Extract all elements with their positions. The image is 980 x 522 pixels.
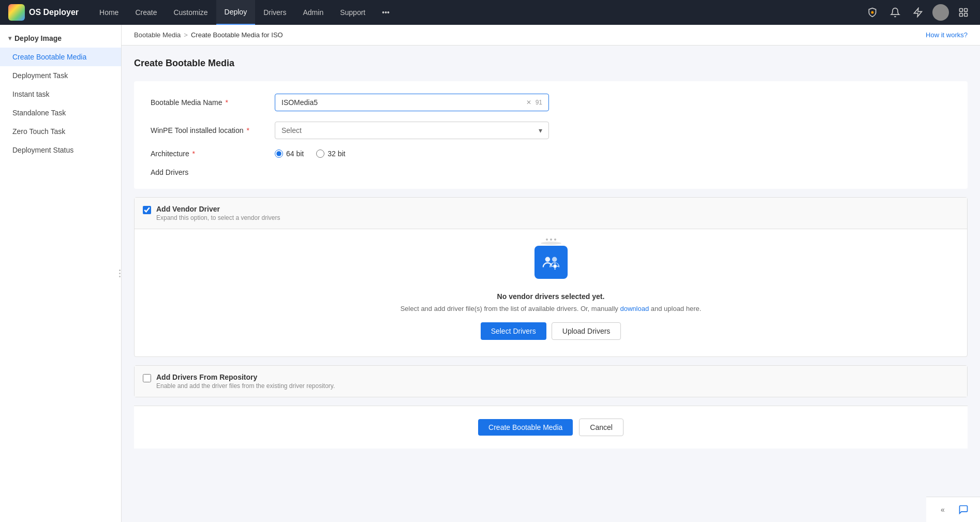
empty-dot-1 — [546, 238, 548, 241]
vendor-driver-empty-state: No vendor drivers selected yet. Select a… — [135, 229, 967, 356]
chevron-down-icon: ▾ — [539, 126, 542, 135]
cancel-button[interactable]: Cancel — [579, 419, 623, 436]
notification-bell-icon[interactable] — [887, 4, 903, 21]
svg-rect-11 — [554, 268, 555, 270]
architecture-64bit-label: 64 bit — [286, 150, 304, 158]
vendor-driver-section: Add Vendor Driver Expand this option, to… — [134, 197, 968, 357]
repo-driver-section: Add Drivers From Repository Enable and a… — [134, 365, 968, 397]
winpe-tool-row: WinPE Tool installed location * Select ▾ — [151, 122, 951, 139]
bootable-media-name-row: Bootable Media Name * ✕ 91 — [151, 94, 951, 111]
empty-state-icon-container — [534, 246, 568, 285]
sidebar-item-deployment-status[interactable]: Deployment Status — [0, 141, 121, 159]
architecture-64bit-radio[interactable] — [275, 150, 283, 158]
nav-more[interactable]: ••• — [374, 0, 398, 25]
sidebar-section-title: Deploy Image — [14, 34, 62, 42]
vendor-driver-subtitle: Expand this option, to select a vendor d… — [156, 214, 280, 221]
sidebar-item-deployment-task[interactable]: Deployment Task — [0, 66, 121, 85]
nav-right-actions — [864, 4, 972, 21]
nav-deploy[interactable]: Deploy — [216, 0, 256, 25]
breadcrumb-parent[interactable]: Bootable Media — [134, 31, 181, 39]
sidebar-section-deploy-image[interactable]: ▾ Deploy Image — [0, 29, 121, 48]
create-bootable-media-button[interactable]: Create Bootable Media — [478, 419, 573, 436]
bootable-media-name-control: ✕ 91 — [275, 94, 951, 111]
resize-dot-2 — [119, 273, 121, 274]
nav-admin[interactable]: Admin — [295, 0, 332, 25]
svg-rect-12 — [551, 266, 553, 267]
nav-customize[interactable]: Customize — [165, 0, 216, 25]
resize-dot-3 — [119, 276, 121, 277]
sidebar-item-zero-touch-task[interactable]: Zero Touch Task — [0, 122, 121, 141]
empty-state-dots — [546, 238, 556, 241]
repo-driver-checkbox[interactable] — [143, 374, 151, 382]
how-it-works-link[interactable]: How it works? — [926, 31, 968, 39]
svg-point-9 — [553, 264, 557, 268]
chat-icon[interactable] — [955, 501, 972, 518]
form-fields-section: Bootable Media Name * ✕ 91 — [134, 81, 968, 189]
breadcrumb-current: Create Bootable Media for ISO — [191, 31, 283, 39]
nav-drivers[interactable]: Drivers — [255, 0, 294, 25]
user-avatar[interactable] — [932, 4, 949, 21]
architecture-64bit-option[interactable]: 64 bit — [275, 150, 304, 158]
page-layout: ▾ Deploy Image Create Bootable Media Dep… — [0, 25, 980, 522]
chevron-down-icon: ▾ — [8, 35, 11, 42]
resize-dot-1 — [119, 270, 121, 271]
top-navigation: OS Deployer Home Create Customize Deploy… — [0, 0, 980, 25]
architecture-32bit-label: 32 bit — [328, 150, 345, 158]
lightning-icon[interactable] — [910, 4, 926, 21]
vendor-driver-header-text: Add Vendor Driver Expand this option, to… — [156, 205, 280, 221]
select-drivers-button[interactable]: Select Drivers — [481, 322, 546, 340]
repo-driver-header-text: Add Drivers From Repository Enable and a… — [156, 373, 335, 390]
bootable-media-name-input-wrapper: ✕ 91 — [275, 94, 549, 111]
svg-point-7 — [552, 257, 557, 262]
clear-icon[interactable]: ✕ — [526, 99, 531, 106]
shield-icon[interactable] — [864, 4, 881, 21]
page-title: Create Bootable Media — [134, 58, 968, 69]
empty-dot-2 — [550, 238, 552, 241]
download-link[interactable]: download — [620, 305, 649, 312]
chevron-left-icon: « — [941, 505, 945, 514]
logo-icon — [8, 4, 25, 21]
upload-drivers-button[interactable]: Upload Drivers — [552, 322, 621, 340]
nav-home[interactable]: Home — [91, 0, 127, 25]
repo-driver-title: Add Drivers From Repository — [156, 373, 335, 381]
repo-driver-header: Add Drivers From Repository Enable and a… — [135, 366, 967, 397]
add-drivers-label: Add Drivers — [151, 168, 275, 176]
no-drivers-icon — [534, 246, 568, 279]
vendor-driver-header: Add Vendor Driver Expand this option, to… — [135, 198, 967, 229]
svg-point-6 — [545, 257, 550, 262]
sidebar-resize-handle[interactable] — [118, 263, 121, 284]
bootable-media-name-field[interactable] — [281, 98, 526, 107]
vendor-driver-title: Add Vendor Driver — [156, 205, 280, 213]
svg-rect-2 — [960, 9, 963, 12]
collapse-icon[interactable]: « — [934, 501, 951, 518]
svg-rect-3 — [964, 9, 968, 12]
sidebar-item-standalone-task[interactable]: Standalone Task — [0, 103, 121, 122]
bootable-media-name-label: Bootable Media Name * — [151, 98, 275, 107]
svg-rect-5 — [964, 13, 968, 17]
empty-state-actions: Select Drivers Upload Drivers — [481, 322, 621, 340]
nav-create[interactable]: Create — [127, 0, 165, 25]
architecture-32bit-radio[interactable] — [316, 150, 324, 158]
architecture-radio-group: 64 bit 32 bit — [275, 150, 951, 158]
bottom-bar: « — [926, 497, 980, 522]
vendor-driver-checkbox[interactable] — [143, 206, 151, 214]
winpe-tool-placeholder: Select — [281, 126, 302, 135]
winpe-tool-label: WinPE Tool installed location * — [151, 126, 275, 135]
svg-marker-1 — [914, 8, 922, 17]
architecture-32bit-option[interactable]: 32 bit — [316, 150, 345, 158]
input-actions: ✕ 91 — [526, 99, 542, 106]
winpe-tool-select[interactable]: Select ▾ — [275, 122, 549, 139]
char-count: 91 — [536, 99, 542, 106]
breadcrumb: Bootable Media > Create Bootable Media f… — [134, 31, 283, 39]
sidebar: ▾ Deploy Image Create Bootable Media Dep… — [0, 25, 122, 522]
apps-grid-icon[interactable] — [955, 4, 972, 21]
svg-point-0 — [871, 11, 874, 14]
sidebar-item-create-bootable-media[interactable]: Create Bootable Media — [0, 48, 121, 66]
architecture-row: Architecture * 64 bit 32 bit — [151, 150, 951, 158]
people-gear-svg — [541, 252, 561, 272]
empty-state-title: No vendor drivers selected yet. — [497, 292, 605, 301]
nav-support[interactable]: Support — [332, 0, 374, 25]
architecture-label: Architecture * — [151, 150, 275, 158]
sidebar-item-instant-task[interactable]: Instant task — [0, 85, 121, 103]
app-logo[interactable]: OS Deployer — [8, 4, 79, 21]
